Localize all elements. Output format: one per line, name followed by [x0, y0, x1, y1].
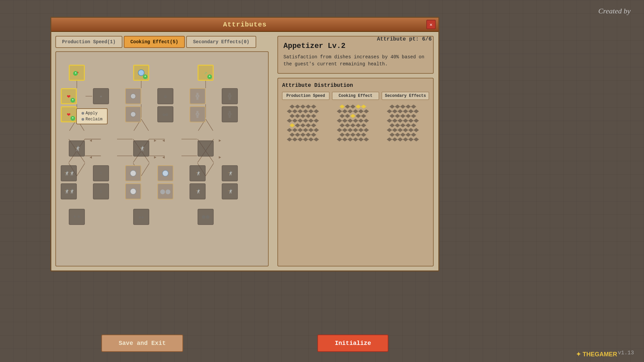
created-by-watermark: Created by [598, 7, 631, 15]
svg-marker-74 [306, 123, 311, 127]
svg-marker-97 [361, 105, 366, 109]
svg-marker-158 [414, 119, 419, 123]
svg-marker-102 [358, 109, 364, 113]
svg-marker-144 [397, 109, 403, 113]
skill-node-col1-r4b-r[interactable]: I [93, 183, 109, 199]
info-title: Appetizer Lv.2 [283, 42, 428, 50]
svg-marker-114 [364, 119, 369, 123]
svg-marker-99 [342, 109, 347, 113]
skill-node-col2-r2-right[interactable]: ✿ [157, 88, 173, 104]
locked-4-3: 🤺🤺 [64, 189, 74, 194]
svg-marker-66 [292, 119, 298, 123]
svg-marker-85 [306, 133, 311, 137]
context-menu: Apply Reclaim [76, 108, 108, 124]
svg-marker-155 [397, 119, 403, 123]
svg-marker-121 [342, 128, 347, 132]
skill-node-col1-r4-l[interactable]: 🤺🤺 [61, 165, 77, 181]
skill-node-col2-r4-r[interactable] [157, 165, 173, 181]
clover-icon: ✿ [164, 94, 167, 99]
circle-lg2 [130, 188, 137, 195]
svg-marker-175 [387, 137, 392, 141]
skill-node-col1-r4b-l[interactable]: 🤺🤺 [61, 183, 77, 199]
skill-node-col1-r2-heart2[interactable]: ❤ + [61, 106, 77, 122]
skill-node-col1-r3[interactable]: 🤺 [69, 140, 85, 157]
skill-node-col2-r2b-right[interactable]: ✿✿ [157, 106, 173, 122]
svg-marker-176 [392, 137, 397, 141]
tab-cooking[interactable]: Cooking Effect(5) [124, 36, 185, 48]
skill-node-col1-r4-r[interactable]: I [93, 165, 109, 181]
skill-node-col3-r2-right[interactable]: ╬ [222, 88, 238, 104]
context-reclaim[interactable]: Reclaim [79, 116, 104, 122]
svg-marker-153 [387, 119, 392, 123]
svg-marker-133 [347, 137, 353, 141]
locked-c3-3: 🤺 [195, 189, 200, 194]
skill-node-col1-r2-locked[interactable]: ✦ [93, 88, 109, 104]
svg-marker-180 [414, 137, 419, 141]
cross4: ╬ [228, 111, 232, 118]
skill-node-col3-r4b-r[interactable]: 🤺 [222, 183, 238, 199]
svg-marker-56 [298, 109, 303, 113]
svg-marker-103 [364, 109, 369, 113]
svg-marker-117 [350, 123, 356, 127]
svg-marker-79 [303, 128, 308, 132]
svg-marker-130 [361, 133, 366, 137]
svg-marker-171 [395, 133, 400, 137]
svg-marker-163 [411, 123, 416, 127]
svg-marker-112 [353, 119, 358, 123]
skill-node-col3-r4-l[interactable]: 🤺 [190, 165, 206, 181]
skill-node-col2-r4b-r[interactable]: ⬤⬤ [157, 183, 173, 199]
cross3: ╬ [196, 111, 200, 118]
tab-secondary[interactable]: Secondary Effects(0) [186, 36, 256, 48]
tab-production[interactable]: Production Speed(1) [55, 36, 122, 48]
dist-cooking: Cooking Effect [332, 92, 379, 145]
skill-node-col3-r2b-right[interactable]: ╬ [222, 106, 238, 122]
node-badge-plus3: + [207, 74, 212, 79]
svg-marker-177 [397, 137, 403, 141]
svg-marker-151 [406, 114, 411, 118]
svg-marker-142 [387, 109, 392, 113]
svg-marker-137 [389, 105, 395, 109]
svg-marker-93 [339, 105, 345, 109]
connector-svg: ◄ ◄ ◄ ◄ ► ► ► ► [56, 52, 268, 266]
close-button[interactable]: ✕ [426, 20, 436, 29]
skill-node-col3-r4-r[interactable]: 🤺 [222, 165, 238, 181]
svg-marker-52 [306, 105, 311, 109]
skill-node-col2-r4-l[interactable] [125, 165, 141, 181]
svg-marker-111 [347, 119, 353, 123]
skill-node-col2-bottom[interactable]: ✚✚ [133, 209, 149, 225]
svg-marker-125 [364, 128, 369, 132]
svg-marker-61 [295, 114, 300, 118]
svg-marker-95 [350, 105, 356, 109]
info-description: Satisfaction from dishes increases by 40… [283, 54, 428, 68]
svg-marker-68 [303, 119, 308, 123]
node-badge-plus: + [73, 71, 78, 76]
skill-node-col3-r2b-left[interactable]: ╬ [190, 106, 206, 122]
skill-node-col1-r2-heart1[interactable]: ❤ + [61, 88, 77, 104]
skill-node-col2-r2-left[interactable] [125, 88, 141, 104]
circle-icon-sm [130, 94, 136, 99]
context-apply[interactable]: Apply [79, 110, 104, 116]
skill-node-col2-top[interactable]: + [133, 65, 149, 81]
svg-marker-67 [298, 119, 303, 123]
skill-node-col3-r4b-l[interactable]: 🤺 [190, 183, 206, 199]
locked-c3-4: 🤺 [227, 189, 232, 194]
svg-text:►: ► [154, 138, 157, 143]
svg-marker-54 [287, 109, 292, 113]
svg-marker-146 [408, 109, 414, 113]
skill-node-col2-r3[interactable]: 🤺 [133, 140, 149, 157]
skill-node-col3-r2-left[interactable]: ╬ [190, 88, 206, 104]
initialize-button[interactable]: Initialize [317, 335, 388, 352]
skill-node-col3-bottom[interactable]: ⬟⬟ [198, 209, 214, 225]
skill-node-col1-top[interactable]: ❤ + [69, 65, 85, 81]
skill-node-col1-bottom[interactable]: 👁👁 [69, 209, 85, 225]
locked-4-4: I [100, 190, 102, 193]
bottom-3: ⬟⬟ [202, 214, 210, 220]
svg-marker-49 [289, 105, 295, 109]
skill-tree: ◄ ◄ ◄ ◄ ► ► ► ► ❤ + [55, 51, 269, 266]
save-exit-button[interactable]: Save and Exit [101, 335, 183, 352]
skill-node-col3-r3[interactable]: ⚡ [198, 140, 214, 157]
skill-node-col2-r2b-left[interactable] [125, 106, 141, 122]
skill-node-col2-r4b-l[interactable] [125, 183, 141, 199]
skill-node-col3-top[interactable]: ↗ + [198, 65, 214, 81]
distribution-title: Attribute Distribution [282, 82, 429, 88]
